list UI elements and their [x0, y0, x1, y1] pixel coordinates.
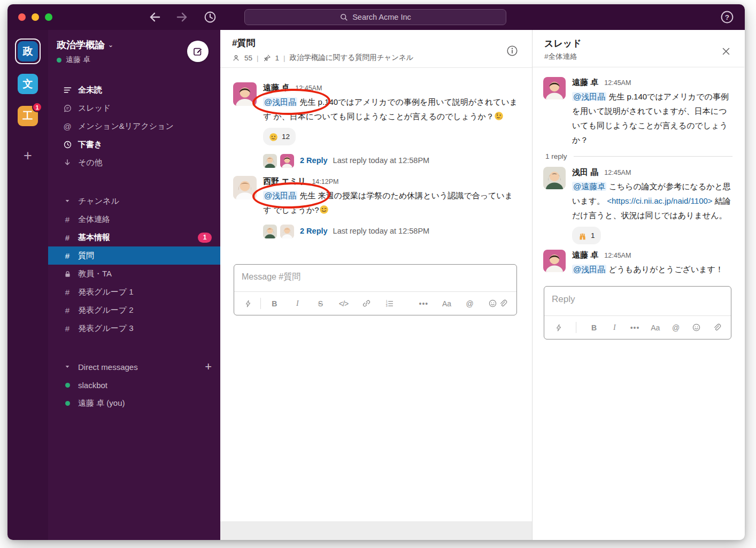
attach-paperclip-icon[interactable]: [498, 298, 508, 308]
message-timestamp[interactable]: 12:45AM: [604, 79, 631, 87]
search-bar[interactable]: Search Acme Inc: [244, 9, 506, 25]
reply-count-link[interactable]: 2 Reply: [300, 224, 328, 238]
bold-button[interactable]: B: [269, 298, 280, 308]
workspace-icon-label: 工: [23, 109, 33, 123]
thread-reply-bar[interactable]: 2 Reply Last reply today at 12:58PM: [263, 224, 519, 238]
back-arrow-icon[interactable]: [148, 10, 161, 24]
close-window-button[interactable]: [18, 13, 26, 21]
attach-paperclip-icon[interactable]: [712, 322, 722, 333]
arrow-down-icon: [63, 158, 72, 167]
message-author[interactable]: 西野 エミリ: [263, 176, 306, 186]
search-icon: [340, 13, 348, 21]
strikethrough-button[interactable]: S: [315, 298, 326, 308]
members-icon: [232, 54, 240, 62]
reaction-pill[interactable]: 12: [263, 128, 296, 145]
sidebar-channel-kihon[interactable]: # 基本情報 1: [48, 228, 220, 246]
channels-header-label: チャンネル: [78, 196, 119, 206]
channel-title[interactable]: #質問: [232, 37, 521, 49]
channel-topic[interactable]: 政治学概論に関する質問用チャンネル: [290, 53, 414, 63]
ordered-list-icon[interactable]: 123: [384, 298, 395, 308]
avatar: [280, 154, 294, 168]
message-timestamp[interactable]: 14:12PM: [312, 178, 338, 186]
mention-link[interactable]: @浅田晶: [263, 191, 297, 200]
reply-placeholder[interactable]: Reply: [544, 287, 731, 315]
close-icon[interactable]: [721, 46, 731, 57]
mention-link[interactable]: @浅田晶: [572, 265, 606, 274]
reply-count-link[interactable]: 2 Reply: [300, 153, 328, 168]
reaction-pill[interactable]: 1: [572, 227, 601, 244]
zoom-window-button[interactable]: [45, 13, 52, 21]
history-clock-icon[interactable]: [203, 10, 217, 24]
avatar: [263, 154, 277, 168]
dm-self[interactable]: 遠藤 卓 (you): [48, 394, 220, 412]
message-author[interactable]: 浅田 晶: [572, 167, 598, 176]
shortcuts-lightning-icon[interactable]: [243, 298, 253, 308]
message-author[interactable]: 遠藤 卓: [263, 83, 289, 92]
message-composer[interactable]: Message #質問 B I S </> 123: [234, 264, 517, 315]
italic-button[interactable]: I: [292, 298, 303, 308]
sidebar-channel-group3[interactable]: # 発表グループ 3: [48, 319, 220, 337]
info-icon[interactable]: [506, 45, 518, 57]
text-format-button[interactable]: Aa: [442, 298, 452, 308]
avatar[interactable]: [543, 250, 566, 272]
forward-arrow-icon[interactable]: [175, 10, 189, 24]
avatar[interactable]: [233, 82, 257, 106]
message-author[interactable]: 遠藤 卓: [572, 250, 598, 259]
message: 遠藤 卓 12:45AM @浅田晶 先生 p.140ではアメリカでの事例を用いて…: [220, 80, 532, 173]
thread-reply-bar[interactable]: 2 Reply Last reply today at 12:58PM: [263, 153, 519, 168]
chevron-down-icon: [63, 362, 72, 372]
avatar[interactable]: [233, 176, 257, 199]
workspace-name: 政治学概論: [57, 38, 105, 51]
more-actions-button[interactable]: •••: [419, 298, 429, 308]
sidebar-item-more[interactable]: その他: [48, 153, 220, 172]
mention-link[interactable]: @浅田晶: [263, 97, 297, 106]
sidebar-item-all-unread[interactable]: 全未読: [48, 81, 220, 99]
sidebar-channel-group1[interactable]: # 発表グループ 1: [48, 283, 220, 301]
sidebar-item-threads[interactable]: スレッド: [48, 99, 220, 117]
message-author[interactable]: 遠藤 卓: [572, 78, 598, 87]
workspace-icon-bun[interactable]: 文: [18, 74, 38, 94]
help-icon[interactable]: ?: [720, 10, 734, 24]
avatar[interactable]: [543, 77, 566, 99]
dm-slackbot[interactable]: slackbot: [48, 376, 220, 394]
mention-link[interactable]: @浅田晶: [572, 92, 606, 101]
sidebar-channel-kyoin-ta[interactable]: 教員・TA: [48, 265, 220, 283]
mention-button[interactable]: @: [671, 322, 681, 333]
workspace-selected-ring: 政: [15, 38, 41, 64]
more-actions-button[interactable]: •••: [630, 322, 640, 333]
url-link[interactable]: <https://ci.nii.ac.jp/naid/1100>: [607, 196, 712, 205]
emoji-picker-icon[interactable]: [488, 298, 498, 308]
message-timestamp[interactable]: 12:45AM: [295, 84, 322, 92]
sidebar-channel-group2[interactable]: # 発表グループ 2: [48, 301, 220, 319]
sidebar-channel-shitsumon[interactable]: # 質問: [48, 246, 220, 265]
channels-section-header[interactable]: チャンネル: [48, 192, 220, 210]
thread-channel-name[interactable]: #全体連絡: [544, 52, 734, 61]
add-dm-button[interactable]: +: [205, 360, 212, 374]
avatar[interactable]: [543, 167, 566, 189]
mention-link[interactable]: @遠藤卓: [572, 182, 606, 191]
minimize-window-button[interactable]: [32, 13, 39, 21]
hash-icon: #: [63, 306, 72, 315]
mention-button[interactable]: @: [465, 298, 475, 308]
compose-button[interactable]: [187, 41, 209, 62]
code-button[interactable]: </>: [338, 298, 349, 308]
dm-section-header[interactable]: Direct messages +: [48, 358, 220, 376]
composer-placeholder[interactable]: Message #質問: [234, 265, 516, 291]
message-timestamp[interactable]: 12:45AM: [604, 252, 631, 259]
workspace-icon-sei[interactable]: 政: [18, 41, 38, 61]
reply-composer[interactable]: Reply B I ••• Aa @: [544, 286, 731, 339]
sidebar-channel-zentai[interactable]: # 全体連絡: [48, 210, 220, 228]
workspace-icon-kou[interactable]: 工 1: [18, 106, 38, 126]
link-icon[interactable]: [361, 298, 372, 308]
sidebar-item-mentions[interactable]: @ メンション&リアクション: [48, 117, 220, 135]
add-workspace-button[interactable]: +: [24, 148, 32, 164]
pin-count[interactable]: 1: [275, 54, 280, 62]
message-timestamp[interactable]: 12:45AM: [604, 169, 631, 176]
sidebar-item-drafts[interactable]: 下書き: [48, 135, 220, 153]
text-format-button[interactable]: Aa: [650, 322, 660, 333]
member-count[interactable]: 55: [244, 54, 252, 62]
emoji-picker-icon[interactable]: [691, 322, 701, 333]
bold-button[interactable]: B: [589, 322, 599, 333]
shortcuts-lightning-icon[interactable]: [553, 322, 564, 333]
italic-button[interactable]: I: [610, 322, 620, 333]
